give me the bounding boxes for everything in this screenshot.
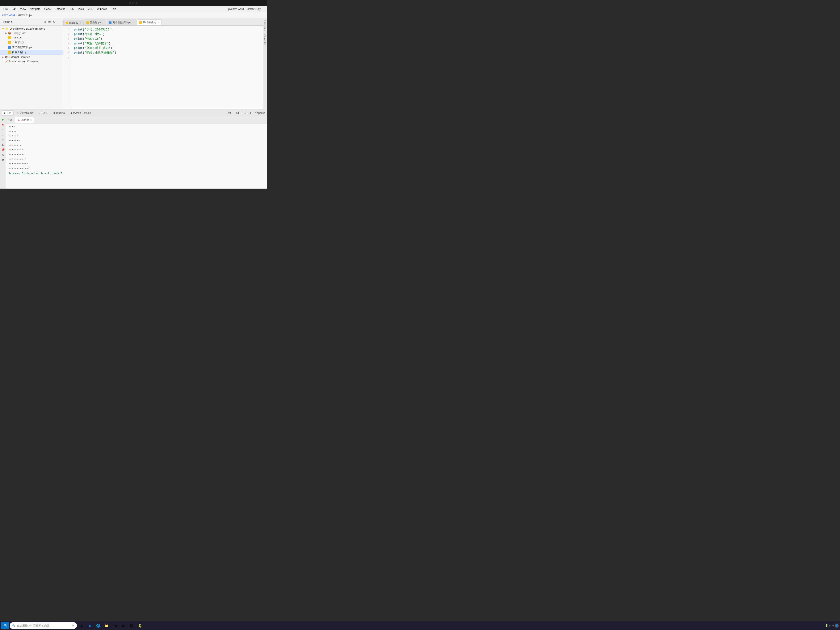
- run-content: ▶ ■ ↑ ↓ ≡ ⇅ 📌 🖨 🗑 Run: 🔺 三角形 ×: [0, 116, 267, 189]
- editor-container: Project ▾ ⊕ ⇄ ⚙ − ▼ 📁 pychrm word D:\pyc…: [0, 18, 267, 189]
- line-num-3: 3: [68, 36, 69, 41]
- code-area[interactable]: 1 2 3 4 5 6 7 print('学号：20205156') print…: [63, 25, 263, 109]
- sidebar-item-sum-py[interactable]: 两个整数求和.py: [0, 45, 63, 50]
- sidebar-add-btn[interactable]: ⊕: [43, 19, 47, 24]
- output-line-7: **********: [8, 153, 264, 158]
- menu-file[interactable]: File: [2, 7, 9, 11]
- run-wrap-btn[interactable]: ≡: [1, 137, 5, 142]
- menu-bar: File Edit View Navigate Code Refactor Ru…: [0, 6, 267, 12]
- menu-view[interactable]: View: [18, 7, 27, 11]
- camera-dot-right: [136, 2, 137, 4]
- run-scroll-up-btn[interactable]: ↑: [1, 127, 5, 132]
- tab-icon-intro: [139, 21, 142, 24]
- line-num-5: 5: [68, 46, 69, 51]
- run-tab-icon: ▶: [4, 112, 6, 114]
- breadcrumb-project[interactable]: chrm word: [2, 13, 15, 17]
- status-line-col: 7:1: [227, 112, 231, 114]
- sidebar-header: Project ▾ ⊕ ⇄ ⚙ −: [0, 18, 63, 25]
- sidebar-item-external-libs[interactable]: ▶ 📚 External Libraries: [0, 55, 63, 59]
- output-line-exit: Process finished with exit code 0: [8, 171, 264, 176]
- tab-icon-triangle: [86, 21, 89, 24]
- output-line-2: *****: [8, 130, 264, 134]
- sidebar-item-library-root[interactable]: ▶ 📦 Library root: [0, 31, 63, 35]
- todo-tab-icon: ☰: [38, 112, 40, 114]
- tab-close-intro[interactable]: ×: [157, 21, 159, 24]
- sidebar-split-btn[interactable]: ⇄: [47, 19, 52, 24]
- run-scroll-down-btn[interactable]: ↓: [1, 132, 5, 137]
- tab-label-intro: 自我介绍.py: [143, 21, 156, 24]
- menu-window[interactable]: Window: [95, 7, 108, 11]
- output-line-4: *******: [8, 139, 264, 144]
- run-delete-btn[interactable]: 🗑: [1, 158, 5, 162]
- window-title: pychrm word - 自我介绍.py: [228, 7, 261, 11]
- sidebar-item-intro-py[interactable]: 自我介绍.py: [0, 50, 63, 55]
- tab-close-main[interactable]: ×: [79, 22, 81, 24]
- camera-lens: [132, 2, 134, 4]
- run-pin-btn[interactable]: 📌: [1, 147, 5, 152]
- line-num-1: 1: [68, 27, 69, 32]
- run-tab-triangle[interactable]: 🔺 三角形 ×: [15, 117, 33, 123]
- tab-sum-py[interactable]: 两个整数求和.py ×: [107, 19, 136, 25]
- code-line-4: print('专业：软件技术'): [74, 41, 261, 46]
- code-editor[interactable]: print('学号：20205156') print('姓名：中弘') prin…: [71, 25, 263, 109]
- bottom-tab-python-console-label: Python Console: [73, 112, 91, 114]
- breadcrumb-file: 自我介绍.py: [17, 13, 32, 17]
- status-info: 7:1 CRLF UTF-8 4 spaces: [227, 112, 265, 114]
- breadcrumb: chrm word › 自我介绍.py: [0, 12, 267, 18]
- tab-label-sum: 两个整数求和.py: [112, 21, 131, 24]
- code-line-3: print('年龄：18'): [74, 36, 261, 41]
- menu-tools[interactable]: Tools: [76, 7, 85, 11]
- tab-intro-py[interactable]: 自我介绍.py ×: [137, 19, 162, 25]
- menu-code[interactable]: Code: [43, 7, 52, 11]
- menu-help[interactable]: Help: [109, 7, 118, 11]
- main-content: Project ▾ ⊕ ⇄ ⚙ − ▼ 📁 pychrm word D:\pyc…: [0, 18, 267, 109]
- tab-main-py[interactable]: main.py ×: [63, 20, 84, 25]
- run-sort-btn[interactable]: ⇅: [1, 142, 5, 147]
- sidebar-item-main-py[interactable]: main.py: [0, 35, 63, 40]
- menu-edit[interactable]: Edit: [10, 7, 18, 11]
- run-stop-btn[interactable]: ■: [1, 122, 5, 127]
- run-output-area: Run: 🔺 三角形 × **** ***** ****** ******* *…: [6, 116, 267, 189]
- sidebar-item-triangle-py[interactable]: 三角形.py: [0, 40, 63, 45]
- tab-close-sum[interactable]: ×: [132, 21, 134, 24]
- bottom-tab-run[interactable]: ▶ Run: [2, 111, 14, 115]
- library-root-label: Library root: [13, 32, 26, 35]
- code-line-2: print('姓名：中弘'): [74, 32, 261, 36]
- sidebar-item-project-root[interactable]: ▼ 📁 pychrm word D:\pychrm word: [0, 27, 63, 31]
- run-play-btn[interactable]: ▶: [1, 117, 5, 122]
- code-line-7: [74, 55, 261, 60]
- run-tab-name: 三角形: [21, 118, 29, 122]
- tab-triangle-py[interactable]: 三角形.py ×: [84, 19, 106, 25]
- right-label-structure[interactable]: 1: Structure: [263, 18, 267, 32]
- sidebar-settings-btn[interactable]: ⚙: [52, 19, 57, 24]
- code-line-1: print('学号：20205156'): [74, 27, 261, 32]
- output-line-1: ****: [8, 125, 264, 130]
- python-console-tab-icon: ◆: [70, 112, 72, 114]
- menu-navigate[interactable]: Navigate: [28, 7, 42, 11]
- run-tab-close[interactable]: ×: [30, 118, 31, 121]
- breadcrumb-separator: ›: [16, 13, 17, 17]
- bottom-tab-problems[interactable]: ⊙ 6: Problems: [14, 111, 35, 115]
- tab-close-triangle[interactable]: ×: [102, 21, 104, 24]
- right-label-favorites[interactable]: 2: Favorites: [263, 32, 267, 47]
- bottom-panel: ▶ Run ⊙ 6: Problems ☰ TODO ■ Terminal ◆ …: [0, 109, 267, 189]
- menu-refactor[interactable]: Refactor: [53, 7, 66, 11]
- sidebar-item-scratches[interactable]: 📝 Scratches and Consoles: [0, 59, 63, 64]
- bottom-tab-terminal-label: Terminal: [56, 112, 65, 114]
- line-numbers: 1 2 3 4 5 6 7: [63, 25, 71, 109]
- run-toolbar: ▶ ■ ↑ ↓ ≡ ⇅ 📌 🖨 🗑: [0, 116, 6, 189]
- scratches-label: Scratches and Consoles: [9, 60, 38, 63]
- bottom-tab-todo-label: TODO: [41, 112, 48, 114]
- menu-run[interactable]: Run: [67, 7, 76, 11]
- bottom-tab-todo[interactable]: ☰ TODO: [36, 111, 51, 115]
- run-print-btn[interactable]: 🖨: [1, 152, 5, 157]
- bottom-tab-terminal[interactable]: ■ Terminal: [51, 111, 68, 115]
- tabs-bar: main.py × 三角形.py × 两个整数求和.py × 自我介绍.py ×: [63, 18, 263, 25]
- line-num-6: 6: [68, 51, 69, 55]
- main-py-label: main.py: [12, 36, 22, 39]
- intro-py-label: 自我介绍.py: [12, 51, 27, 54]
- menu-vcs[interactable]: VCS: [86, 7, 95, 11]
- sidebar-close-btn[interactable]: −: [57, 19, 61, 24]
- bottom-tab-python-console[interactable]: ◆ Python Console: [68, 111, 93, 115]
- run-label: Run:: [8, 118, 13, 122]
